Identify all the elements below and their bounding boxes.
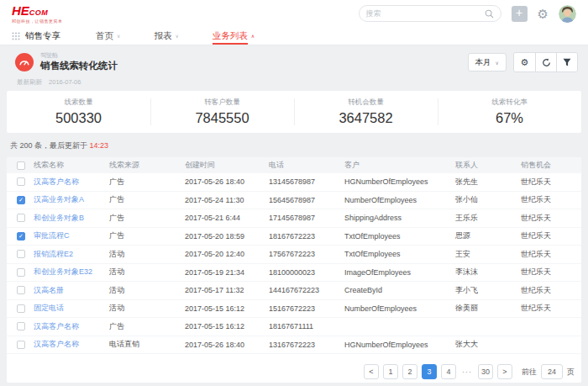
lead-name-link[interactable]: 汉高名册 — [34, 286, 64, 294]
opportunity-cell: 世纪乐天 — [521, 285, 581, 296]
row-checkbox[interactable] — [17, 214, 25, 222]
row-checkbox[interactable] — [17, 322, 25, 330]
goto-page: 前往页 — [522, 364, 575, 379]
customer-cell: HGNumberOfEmployees — [344, 177, 455, 186]
app-switcher[interactable]: 销售专享 — [12, 30, 60, 42]
settings-button[interactable]: ⚙ — [514, 53, 535, 71]
tab-业务列表[interactable]: 业务列表∧ — [213, 27, 255, 45]
avatar[interactable] — [559, 5, 576, 23]
opportunity-cell: 世纪乐天 — [521, 177, 581, 188]
stat-value: 67% — [496, 110, 523, 126]
lead-name-link[interactable]: 和创业务对象B — [34, 214, 84, 222]
contact-cell: 思源 — [455, 230, 521, 241]
customer-cell: CreateById — [344, 286, 455, 294]
table-row: 报销流程E2活动2017-05-20 12:4017567672223TxtOf… — [7, 246, 581, 264]
col-header-name: 线索名称 — [34, 160, 109, 171]
source-cell: 活动 — [109, 285, 185, 296]
lead-name-link[interactable]: 报销流程E2 — [34, 250, 73, 258]
lead-name-link[interactable]: 汉高客户名称 — [34, 340, 79, 348]
lead-name-cell: 汉高客户名称 — [34, 339, 109, 350]
period-dropdown[interactable]: 本月 ∨ — [468, 53, 507, 71]
source-cell: 活动 — [109, 267, 185, 278]
next-page-button[interactable]: > — [497, 364, 512, 379]
contact-cell: 徐美丽 — [455, 303, 521, 314]
created-cell: 2017-05-26 18:40 — [185, 341, 269, 349]
lead-name-link[interactable]: 汉高客户名称 — [34, 177, 79, 186]
page-button-2[interactable]: 2 — [402, 364, 417, 379]
stat-cell: 线索数量500330 — [7, 91, 150, 133]
gear-icon[interactable]: ⚙ — [538, 8, 549, 20]
stat-label: 线索转化率 — [491, 98, 528, 108]
customer-cell: TxtOfEmployees — [344, 250, 455, 258]
lead-name-link[interactable]: 和创业务对象E32 — [34, 267, 92, 276]
tab-label: 业务列表 — [213, 30, 248, 42]
source-cell: 活动 — [109, 249, 185, 260]
lead-name-link[interactable]: 审批流程C — [34, 231, 70, 240]
logo-primary: HE — [12, 3, 29, 18]
row-checkbox[interactable] — [17, 177, 25, 186]
search-input[interactable] — [366, 9, 485, 18]
content: 驾驶舱 销售线索转化统计 本月 ∨ ⚙ — [0, 45, 588, 383]
opportunity-cell: 世纪乐天 — [521, 249, 581, 260]
row-checkbox[interactable] — [17, 268, 25, 277]
customer-cell: TxtOfEmployees — [344, 232, 455, 241]
search-box[interactable] — [359, 5, 501, 22]
row-checkbox[interactable] — [17, 304, 25, 313]
goto-page-input[interactable] — [541, 364, 563, 379]
phone-cell: 17145678987 — [269, 214, 344, 222]
col-header-customer: 客户 — [344, 160, 455, 171]
nav-tabs: 首页∨报表∨业务列表∧ — [96, 27, 255, 45]
phone-cell: 17567672223 — [269, 250, 344, 258]
leads-table: 线索名称 线索来源 创建时间 电话 客户 联系人 销售机会 汉高客户名称广告20… — [7, 157, 581, 383]
customer-cell: HGNumberOfEmployees — [344, 341, 455, 349]
row-checkbox[interactable] — [17, 250, 25, 258]
table-row: ✓汉高业务对象A广告2017-05-24 11:3015645678987Num… — [7, 192, 581, 210]
top-header: HECOM 和创科技，让销售更简单 + ⚙ — [0, 0, 588, 27]
checkbox-cell — [7, 286, 34, 294]
phone-cell: 18100000023 — [269, 268, 344, 277]
lead-name-link[interactable]: 汉高客户名称 — [34, 322, 79, 330]
app-label: 销售专享 — [25, 30, 60, 42]
add-button[interactable]: + — [512, 6, 528, 22]
col-header-phone: 电话 — [269, 160, 344, 171]
summary-line: 共 200 条，最后更新于 14:23 — [7, 133, 581, 157]
row-checkbox[interactable] — [17, 341, 25, 349]
refresh-icon — [542, 58, 551, 67]
created-cell: 2017-05-21 6:44 — [185, 214, 269, 222]
phone-cell: 18167671111 — [269, 322, 344, 330]
row-checkbox[interactable] — [17, 286, 25, 294]
contact-cell: 王乐乐 — [455, 213, 521, 224]
chevron-down-icon: ∨ — [175, 33, 178, 39]
contact-cell: 王安 — [455, 249, 521, 260]
tab-首页[interactable]: 首页∨ — [96, 27, 120, 45]
row-checkbox[interactable]: ✓ — [17, 232, 25, 241]
lead-name-link[interactable]: 固定电话 — [34, 304, 64, 312]
prev-page-button[interactable]: < — [364, 364, 379, 379]
source-cell: 广告 — [109, 194, 185, 205]
checkbox-cell — [7, 214, 34, 222]
lead-name-link[interactable]: 汉高业务对象A — [34, 195, 84, 204]
refresh-button[interactable] — [535, 53, 556, 71]
page-button-3[interactable]: 3 — [422, 364, 437, 379]
page-button-1[interactable]: 1 — [383, 364, 398, 379]
checkbox-cell — [7, 177, 34, 186]
title-row: 驾驶舱 销售线索转化统计 本月 ∨ ⚙ — [7, 50, 581, 72]
stat-cell: 转机会数量3647582 — [294, 91, 438, 133]
phone-cell: 144167672223 — [269, 286, 344, 294]
page-button-30[interactable]: 30 — [478, 364, 493, 379]
refresh-info: 最新刷新 2016-07-06 — [7, 72, 581, 91]
tab-label: 报表 — [154, 30, 171, 42]
source-cell: 广告 — [109, 213, 185, 224]
table-body: 汉高客户名称广告2017-05-26 18:4013145678987HGNum… — [7, 173, 581, 354]
tab-报表[interactable]: 报表∨ — [154, 27, 178, 45]
stat-value: 500330 — [55, 110, 102, 126]
page-button-4[interactable]: 4 — [441, 364, 456, 379]
row-checkbox[interactable]: ✓ — [17, 196, 25, 204]
col-header-opportunity: 销售机会 — [521, 160, 581, 171]
dashboard-icon — [15, 53, 34, 71]
nav-bar: 销售专享 首页∨报表∨业务列表∧ — [0, 27, 588, 45]
customer-cell: NumberOfEmployees — [344, 196, 455, 204]
select-all-checkbox[interactable] — [17, 161, 25, 170]
checkbox-cell: ✓ — [7, 232, 34, 241]
filter-button[interactable] — [556, 53, 577, 71]
